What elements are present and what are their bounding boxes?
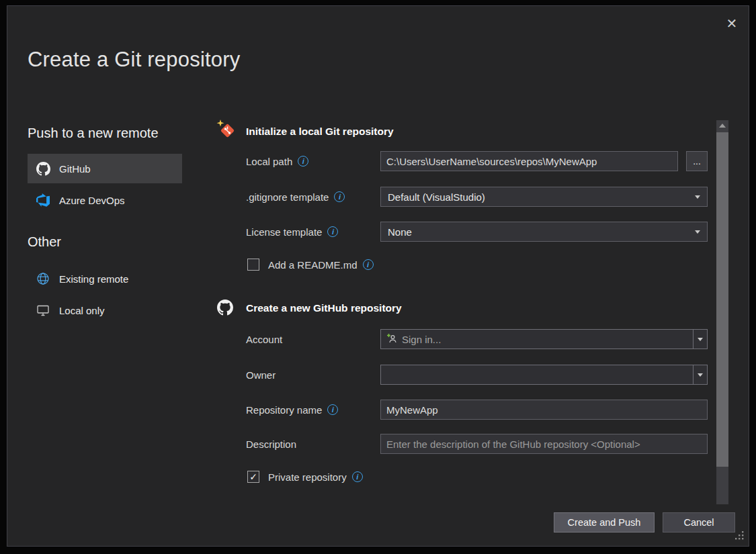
license-row: License template i None bbox=[7, 222, 750, 242]
description-row: Description bbox=[7, 434, 750, 454]
gitignore-value: Default (VisualStudio) bbox=[388, 191, 695, 203]
scrollbar-track[interactable] bbox=[716, 120, 728, 504]
repo-name-label-group: Repository name i bbox=[246, 400, 338, 420]
repo-name-row: Repository name i bbox=[7, 400, 750, 420]
license-value: None bbox=[388, 226, 695, 238]
owner-label: Owner bbox=[246, 369, 276, 381]
page-title: Create a Git repository bbox=[28, 48, 240, 72]
sidebar-item-local-only[interactable]: Local only bbox=[28, 296, 182, 324]
private-checkbox[interactable]: ✓ bbox=[247, 471, 259, 483]
account-placeholder: Sign in... bbox=[402, 334, 441, 345]
create-git-repo-dialog: ✕ Create a Git repository Push to a new … bbox=[7, 5, 749, 547]
description-label: Description bbox=[246, 438, 296, 450]
owner-combo[interactable] bbox=[380, 365, 708, 385]
local-path-info-icon[interactable]: i bbox=[298, 156, 308, 167]
arrow-up-icon bbox=[719, 124, 726, 128]
gitignore-dropdown[interactable]: Default (VisualStudio) bbox=[380, 187, 708, 207]
chevron-down-icon bbox=[698, 373, 703, 377]
chevron-down-icon bbox=[698, 338, 703, 341]
github-section-icon bbox=[217, 299, 233, 318]
scroll-up-button[interactable] bbox=[716, 120, 728, 131]
gitignore-row: .gitignore template i Default (VisualStu… bbox=[7, 187, 750, 207]
description-input[interactable] bbox=[380, 434, 708, 454]
license-dropdown[interactable]: None bbox=[380, 222, 708, 242]
license-label: License template bbox=[246, 226, 322, 238]
browse-button[interactable]: ... bbox=[686, 151, 708, 171]
sidebar-item-local-label: Local only bbox=[59, 305, 105, 316]
private-label: Private repository bbox=[268, 471, 347, 483]
cancel-button[interactable]: Cancel bbox=[663, 512, 735, 533]
repo-name-info-icon[interactable]: i bbox=[327, 404, 338, 415]
local-path-label: Local path bbox=[246, 156, 292, 167]
repo-name-input[interactable] bbox=[380, 400, 708, 420]
sidebar-item-existing-label: Existing remote bbox=[59, 273, 128, 285]
push-remote-heading: Push to a new remote bbox=[28, 126, 159, 141]
readme-info-icon[interactable]: i bbox=[363, 259, 374, 270]
account-combo[interactable]: Sign in... bbox=[380, 329, 708, 349]
gitignore-label-group: .gitignore template i bbox=[246, 187, 345, 207]
license-label-group: License template i bbox=[246, 222, 338, 242]
license-info-icon[interactable]: i bbox=[327, 226, 338, 237]
check-icon: ✓ bbox=[249, 471, 257, 482]
account-label-group: Account bbox=[246, 329, 282, 349]
readme-row: Add a README.md i bbox=[247, 257, 374, 272]
chevron-down-icon bbox=[695, 230, 700, 234]
local-path-row: Local path i ... bbox=[7, 151, 750, 171]
readme-label: Add a README.md bbox=[268, 259, 358, 271]
readme-checkbox[interactable] bbox=[247, 259, 259, 271]
owner-label-group: Owner bbox=[246, 365, 276, 385]
github-section-heading: Create a new GitHub repository bbox=[246, 302, 402, 314]
sidebar-item-existing-remote[interactable]: Existing remote bbox=[28, 265, 182, 293]
globe-icon bbox=[36, 271, 50, 286]
chevron-down-icon bbox=[695, 195, 700, 199]
account-dropdown-button[interactable] bbox=[693, 330, 707, 349]
create-and-push-button[interactable]: Create and Push bbox=[554, 512, 655, 533]
init-section-heading: Initialize a local Git repository bbox=[246, 126, 394, 138]
description-label-group: Description bbox=[246, 434, 296, 454]
gitignore-info-icon[interactable]: i bbox=[334, 191, 345, 202]
close-icon: ✕ bbox=[726, 15, 738, 32]
gitignore-label: .gitignore template bbox=[246, 191, 329, 203]
sign-in-icon bbox=[386, 333, 397, 346]
owner-dropdown-button[interactable] bbox=[693, 365, 707, 384]
resize-grip[interactable] bbox=[734, 530, 745, 543]
private-info-icon[interactable]: i bbox=[352, 471, 363, 482]
account-label: Account bbox=[246, 334, 282, 345]
repo-name-label: Repository name bbox=[246, 404, 322, 416]
account-row: Account Sign in... bbox=[7, 329, 750, 349]
close-button[interactable]: ✕ bbox=[720, 13, 744, 34]
monitor-icon bbox=[36, 303, 50, 318]
scrollbar-thumb[interactable] bbox=[716, 132, 728, 467]
git-init-icon bbox=[216, 119, 237, 140]
local-path-input[interactable] bbox=[380, 151, 678, 171]
owner-row: Owner bbox=[7, 365, 750, 385]
private-row: ✓ Private repository i bbox=[247, 469, 363, 484]
local-path-label-group: Local path i bbox=[246, 151, 308, 171]
